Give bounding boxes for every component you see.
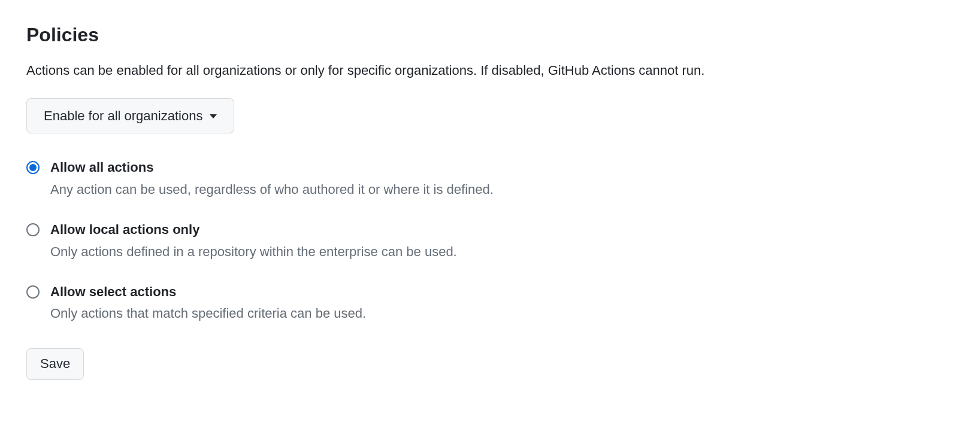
scope-dropdown[interactable]: Enable for all organizations: [26, 98, 234, 133]
radio-local-only[interactable]: [26, 223, 40, 236]
save-button[interactable]: Save: [26, 348, 84, 380]
radio-allow-all[interactable]: [26, 161, 40, 174]
radio-desc-local-only: Only actions defined in a repository wit…: [50, 242, 954, 261]
radio-desc-allow-all: Any action can be used, regardless of wh…: [50, 180, 954, 199]
radio-text: Allow select actions Only actions that m…: [50, 283, 954, 324]
radio-text: Allow all actions Any action can be used…: [50, 159, 954, 199]
caret-down-icon: [210, 114, 217, 118]
radio-text: Allow local actions only Only actions de…: [50, 221, 954, 261]
radio-label-select-actions[interactable]: Allow select actions: [50, 283, 954, 302]
radio-select-actions[interactable]: [26, 285, 40, 299]
scope-dropdown-label: Enable for all organizations: [44, 106, 202, 126]
policy-option-select-actions: Allow select actions Only actions that m…: [26, 283, 954, 324]
page-description: Actions can be enabled for all organizat…: [26, 60, 954, 80]
radio-label-local-only[interactable]: Allow local actions only: [50, 221, 954, 239]
policy-option-allow-all: Allow all actions Any action can be used…: [26, 159, 954, 199]
radio-desc-select-actions: Only actions that match specified criter…: [50, 303, 954, 323]
policy-option-local-only: Allow local actions only Only actions de…: [26, 221, 954, 261]
page-title: Policies: [26, 24, 954, 46]
radio-label-allow-all[interactable]: Allow all actions: [50, 159, 954, 177]
policy-radio-group: Allow all actions Any action can be used…: [26, 159, 954, 323]
